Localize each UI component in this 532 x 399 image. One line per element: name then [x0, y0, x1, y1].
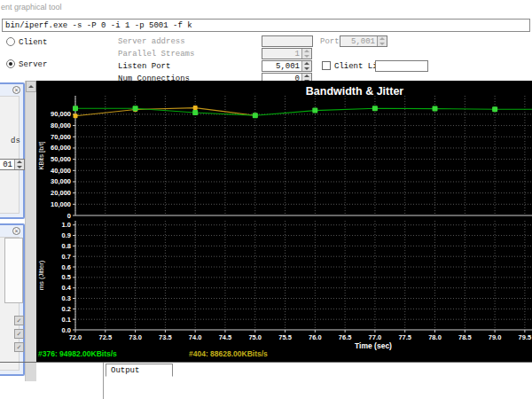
x-tick-label: 79.5	[519, 333, 532, 341]
y-tick-label: 60,000	[51, 144, 71, 152]
left-panel-1: ×	[0, 82, 25, 219]
series-marker	[74, 113, 78, 118]
spin-down-icon[interactable]	[17, 166, 22, 168]
y-tick-label: 0.6	[62, 263, 71, 271]
y-tick-label: 0.4	[62, 284, 72, 292]
server-mode-radio[interactable]	[6, 59, 15, 68]
y-tick-label: 30,000	[51, 177, 71, 185]
client-limit-checkbox[interactable]	[322, 61, 331, 70]
x-tick-label: 76.0	[309, 333, 322, 341]
y-tick-label: 50,000	[51, 155, 71, 163]
listen-port-spinner[interactable]: 5,001	[262, 60, 312, 72]
iperf-command-input[interactable]	[2, 19, 530, 32]
bandwidth-jitter-chart: Bandwidth & Jitter90,00080,00070,00060,0…	[36, 81, 532, 362]
checkbox-icon[interactable]: ✓	[14, 342, 24, 352]
series-marker	[492, 106, 497, 112]
y-tick-label: 80,000	[51, 121, 71, 129]
spinner-buttons	[377, 36, 387, 46]
x-tick-label: 74.0	[189, 333, 202, 341]
spinner-buttons	[301, 49, 311, 59]
left-panel-2-list	[4, 238, 23, 303]
left-panel-1-text: ds	[11, 137, 20, 145]
y-axis-label-1: ms (Jitter)	[37, 260, 45, 290]
left-panel-1-spinner[interactable]: 01	[0, 159, 25, 170]
spin-up-icon[interactable]	[304, 62, 309, 65]
checkbox-icon[interactable]: ✓	[14, 329, 24, 339]
jperf-window: ent graphical tool Client Server Server …	[0, 0, 532, 399]
series-marker	[73, 106, 78, 111]
parallel-streams-spinner: 1	[262, 48, 312, 59]
y-tick-label: 90,000	[51, 110, 71, 118]
spin-down-icon	[304, 55, 309, 58]
x-axis-label: Time (sec)	[355, 341, 392, 350]
scroll-up-button[interactable]	[26, 81, 36, 92]
series-marker	[133, 106, 138, 111]
port-spinner: 5,001	[340, 35, 387, 47]
x-tick-label: 75.5	[278, 333, 292, 341]
y-tick-label: 20,000	[51, 189, 71, 197]
series-marker	[312, 108, 317, 113]
spin-down-icon[interactable]	[304, 67, 309, 70]
spin-up-icon	[379, 37, 385, 40]
y-tick-label: 1.0	[62, 221, 71, 229]
series-marker	[372, 106, 378, 111]
parallel-streams-label: Parallel Streams	[118, 50, 194, 59]
y-tick-label: 0.2	[62, 305, 71, 313]
left-panel-scrollbar[interactable]	[25, 81, 36, 381]
spinner-buttons[interactable]	[301, 61, 311, 71]
horizontal-divider	[0, 362, 532, 363]
spin-down-icon	[379, 43, 385, 45]
spin-up-icon[interactable]	[17, 160, 22, 163]
spin-up-icon[interactable]	[304, 74, 309, 77]
y-tick-label: 40,000	[51, 167, 71, 175]
legend-item-1: #404: 88628.00KBits/s	[189, 349, 268, 358]
x-tick-label: 77.5	[398, 333, 411, 341]
series-marker	[192, 110, 198, 115]
x-tick-label: 76.5	[339, 333, 352, 341]
x-tick-label: 75.0	[248, 333, 262, 341]
port-value: 5,001	[340, 36, 377, 46]
y-tick-label: 0.9	[62, 231, 71, 239]
client-limit-field[interactable]	[375, 60, 428, 72]
tab-output[interactable]: Output	[106, 364, 173, 377]
spin-up-icon	[304, 50, 309, 52]
y-tick-label: 0.3	[62, 294, 71, 302]
close-icon[interactable]: ×	[12, 86, 20, 94]
chart-canvas: Bandwidth & Jitter90,00080,00070,00060,0…	[36, 81, 532, 362]
listen-port-label: Listen Port	[118, 62, 170, 71]
x-tick-label: 79.0	[489, 333, 502, 341]
y-tick-label: 0.1	[62, 316, 71, 324]
window-title: ent graphical tool	[1, 3, 62, 12]
vertical-divider[interactable]	[103, 363, 104, 399]
left-panel-1-body	[0, 96, 20, 214]
client-mode-label: Client	[19, 38, 47, 47]
x-tick-label: 78.0	[428, 333, 442, 341]
listen-port-value: 5,001	[262, 61, 301, 71]
y-tick-label: 0.8	[62, 242, 71, 250]
chart-title: Bandwidth & Jitter	[306, 85, 404, 98]
y-axis-label-0: KBits [b/t]	[37, 141, 45, 169]
server-address-label: Server address	[118, 37, 185, 46]
x-tick-label: 73.0	[129, 333, 142, 341]
x-tick-label: 78.5	[458, 333, 472, 341]
x-tick-label: 77.0	[369, 333, 382, 341]
checkbox-icon[interactable]: ✓	[14, 316, 24, 325]
client-mode-radio[interactable]	[6, 37, 15, 46]
y-tick-label: 0.5	[62, 273, 71, 281]
y-tick-label: 10,000	[51, 200, 71, 208]
arrow-up-icon	[28, 85, 34, 88]
y-tick-label: 0.7	[62, 253, 71, 261]
spinner-buttons[interactable]	[14, 160, 24, 169]
y-tick-label: 0	[67, 212, 71, 220]
x-tick-label: 72.5	[98, 333, 112, 341]
close-icon[interactable]: ×	[12, 227, 20, 235]
x-tick-label: 72.0	[69, 333, 82, 341]
port-label: Port	[320, 37, 340, 46]
x-tick-label: 74.5	[219, 333, 232, 341]
series-marker	[253, 113, 258, 118]
server-mode-label: Server	[19, 60, 47, 69]
series-marker	[433, 106, 438, 112]
series-marker	[193, 106, 198, 110]
x-tick-label: 73.5	[159, 333, 172, 341]
series-line-#376	[75, 108, 532, 115]
